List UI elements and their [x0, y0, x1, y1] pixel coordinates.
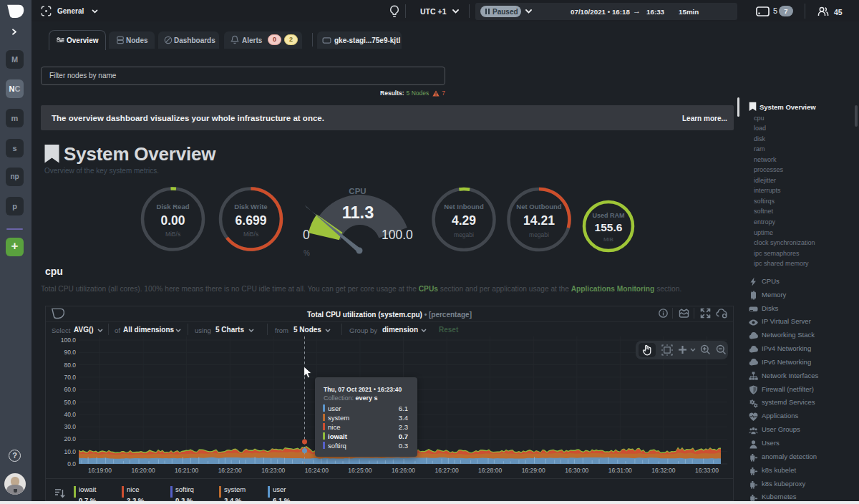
- svg-text:0: 0: [303, 228, 310, 242]
- svg-text:%: %: [304, 249, 310, 257]
- svg-text:11.3: 11.3: [342, 203, 374, 222]
- svg-text:Net Inbound: Net Inbound: [444, 203, 484, 210]
- svg-text:90.0: 90.0: [64, 349, 76, 356]
- svg-text:4.29: 4.29: [452, 213, 476, 228]
- svg-text:80.0: 80.0: [64, 362, 76, 369]
- svg-text:16:30:00: 16:30:00: [565, 467, 588, 474]
- svg-text:megabi: megabi: [529, 231, 549, 238]
- svg-text:16:21:00: 16:21:00: [175, 467, 198, 474]
- svg-text:Net Outbound: Net Outbound: [516, 203, 562, 210]
- svg-text:6.699: 6.699: [236, 213, 267, 228]
- svg-text:20.0: 20.0: [64, 435, 76, 442]
- svg-text:16:22:00: 16:22:00: [218, 467, 242, 474]
- svg-text:16:32:00: 16:32:00: [651, 467, 675, 474]
- svg-text:30.0: 30.0: [64, 423, 76, 430]
- svg-text:100.0: 100.0: [382, 228, 413, 242]
- svg-text:16:23:00: 16:23:00: [261, 467, 285, 474]
- svg-text:60.0: 60.0: [64, 386, 76, 393]
- svg-text:Disk Read: Disk Read: [157, 203, 190, 210]
- svg-text:Disk Write: Disk Write: [234, 203, 267, 210]
- svg-text:MiB/s: MiB/s: [165, 231, 180, 238]
- svg-text:megabi: megabi: [454, 231, 474, 238]
- svg-text:16:27:00: 16:27:00: [435, 467, 459, 474]
- svg-text:0.0: 0.0: [67, 460, 76, 467]
- svg-text:0.00: 0.00: [160, 213, 185, 228]
- svg-text:40.0: 40.0: [64, 411, 76, 418]
- svg-text:70.0: 70.0: [64, 374, 76, 381]
- svg-text:Used RAM: Used RAM: [592, 212, 624, 219]
- svg-text:10.0: 10.0: [64, 448, 76, 455]
- svg-text:MiB/s: MiB/s: [243, 231, 258, 238]
- svg-text:50.0: 50.0: [64, 399, 76, 406]
- svg-text:16:33:00: 16:33:00: [695, 467, 719, 474]
- svg-text:16:29:00: 16:29:00: [522, 467, 545, 474]
- svg-text:16:26:00: 16:26:00: [392, 467, 415, 474]
- svg-text:100.0: 100.0: [61, 336, 77, 344]
- svg-text:16:28:00: 16:28:00: [478, 467, 502, 474]
- svg-text:MiB: MiB: [603, 236, 613, 243]
- svg-text:16:20:00: 16:20:00: [132, 467, 155, 474]
- svg-text:16:31:00: 16:31:00: [608, 467, 632, 474]
- svg-text:16:25:00: 16:25:00: [348, 467, 372, 474]
- svg-text:14.21: 14.21: [523, 213, 555, 228]
- svg-text:16:19:00: 16:19:00: [88, 467, 112, 474]
- svg-text:155.6: 155.6: [595, 221, 623, 233]
- svg-text:CPU: CPU: [349, 187, 366, 195]
- svg-text:16:24:00: 16:24:00: [305, 467, 329, 474]
